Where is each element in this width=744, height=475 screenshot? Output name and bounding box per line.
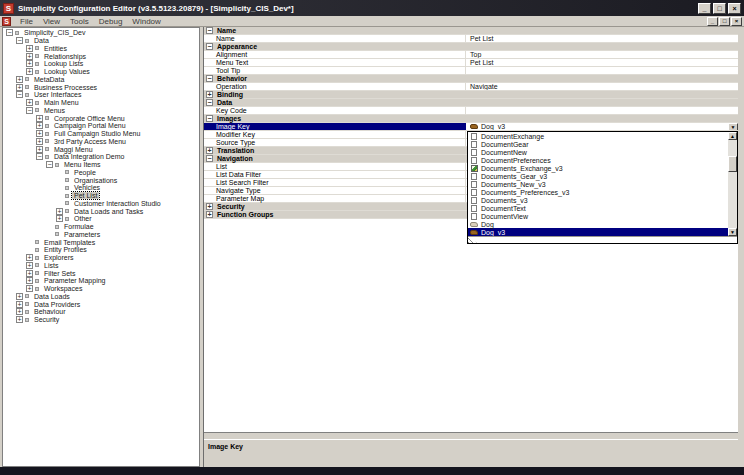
category-row[interactable]: −Name bbox=[204, 27, 738, 35]
expand-icon[interactable]: + bbox=[26, 53, 33, 60]
expand-icon[interactable]: + bbox=[26, 60, 33, 67]
tree-node[interactable]: +Business Processes bbox=[3, 83, 199, 91]
tree-node[interactable]: Email Templates bbox=[3, 238, 199, 246]
property-name[interactable]: Image Key bbox=[204, 123, 466, 130]
scroll-down-icon[interactable]: ▼ bbox=[728, 228, 737, 236]
dropdown-item[interactable]: DocumentNew bbox=[468, 148, 728, 156]
tree-node[interactable]: +Data Providers bbox=[3, 300, 199, 308]
tree-node[interactable]: People bbox=[3, 169, 199, 177]
property-name[interactable]: Operation bbox=[204, 83, 466, 90]
property-row[interactable]: Tool Tip bbox=[204, 67, 738, 75]
property-row[interactable]: Key Code bbox=[204, 107, 738, 115]
tree-node[interactable]: +Relationships bbox=[3, 52, 199, 60]
menu-file[interactable]: File bbox=[15, 17, 38, 26]
menu-window[interactable]: Window bbox=[127, 17, 165, 26]
property-row[interactable]: Image KeyDog_v3▼ bbox=[204, 123, 738, 131]
dropdown-item[interactable]: Documents_Exchange_v3 bbox=[468, 164, 728, 172]
tree-node[interactable]: Formulae bbox=[3, 223, 199, 231]
tree-node[interactable]: +Data Loads bbox=[3, 293, 199, 301]
tree-node[interactable]: −Menus bbox=[3, 107, 199, 115]
tree-node[interactable]: +MetaData bbox=[3, 76, 199, 84]
tree-node[interactable]: +Corporate Office Menu bbox=[3, 114, 199, 122]
collapse-icon[interactable]: − bbox=[26, 107, 33, 114]
mdi-close-icon[interactable]: × bbox=[731, 17, 742, 26]
tree-node[interactable]: Pet List bbox=[3, 192, 199, 200]
tree-node[interactable]: +Main Menu bbox=[3, 99, 199, 107]
dropdown-item[interactable]: Documents_Preferences_v3 bbox=[468, 188, 728, 196]
collapse-icon[interactable]: − bbox=[206, 99, 213, 106]
expand-icon[interactable]: + bbox=[16, 316, 23, 323]
tree-node[interactable]: −Simplicity_CIS_Dev bbox=[3, 29, 199, 37]
expand-icon[interactable]: + bbox=[26, 254, 33, 261]
dropdown-item[interactable]: DocumentGear bbox=[468, 140, 728, 148]
menu-tools[interactable]: Tools bbox=[65, 17, 94, 26]
expand-icon[interactable]: + bbox=[36, 138, 43, 145]
collapse-icon[interactable]: − bbox=[206, 75, 213, 82]
property-name[interactable]: List Search Filter bbox=[204, 179, 466, 186]
tree-node[interactable]: +Lookup Lists bbox=[3, 60, 199, 68]
close-icon[interactable]: × bbox=[728, 3, 741, 14]
collapse-icon[interactable]: − bbox=[16, 37, 23, 44]
collapse-icon[interactable]: − bbox=[206, 43, 213, 50]
category-row[interactable]: −Behavior bbox=[204, 75, 738, 83]
expand-icon[interactable]: + bbox=[56, 208, 63, 215]
tree-node[interactable]: +Security bbox=[3, 316, 199, 324]
tree-node[interactable]: Organisations bbox=[3, 176, 199, 184]
category-row[interactable]: −Data bbox=[204, 99, 738, 107]
property-name[interactable]: Alignment bbox=[204, 51, 466, 58]
mdi-minimize-icon[interactable]: _ bbox=[707, 17, 718, 26]
property-value[interactable] bbox=[466, 67, 738, 74]
tree-node[interactable]: +Filter Sets bbox=[3, 269, 199, 277]
expand-icon[interactable]: + bbox=[26, 68, 33, 75]
tree-node[interactable]: +Behaviour bbox=[3, 308, 199, 316]
property-name[interactable]: Navigate Type bbox=[204, 187, 466, 194]
property-row[interactable]: OperationNavigate bbox=[204, 83, 738, 91]
property-row[interactable]: Menu TextPet List bbox=[204, 59, 738, 67]
dropdown-button[interactable]: ▼ bbox=[728, 123, 738, 130]
tree-node[interactable]: +Maggi Menu bbox=[3, 145, 199, 153]
collapse-icon[interactable]: − bbox=[206, 155, 213, 162]
collapse-icon[interactable]: − bbox=[36, 153, 43, 160]
expand-icon[interactable]: + bbox=[16, 308, 23, 315]
property-value[interactable]: Navigate bbox=[466, 83, 738, 90]
tree-node[interactable]: Customer Interaction Studio bbox=[3, 200, 199, 208]
tree-node[interactable]: +Other bbox=[3, 215, 199, 223]
scroll-up-icon[interactable]: ▲ bbox=[728, 132, 737, 140]
tree-node[interactable]: +Data Loads and Tasks bbox=[3, 207, 199, 215]
property-value[interactable]: Pet List bbox=[466, 59, 738, 66]
dropdown-item[interactable]: Dog_v3 bbox=[468, 228, 728, 236]
expand-icon[interactable]: + bbox=[16, 293, 23, 300]
expand-icon[interactable]: + bbox=[206, 147, 213, 154]
tree-node[interactable]: −Data Integration Demo bbox=[3, 153, 199, 161]
expand-icon[interactable]: + bbox=[16, 76, 23, 83]
tree-node[interactable]: Vehicles bbox=[3, 184, 199, 192]
minimize-icon[interactable]: _ bbox=[698, 3, 711, 14]
property-name[interactable]: Source Type bbox=[204, 139, 466, 146]
dropdown-scrollbar[interactable]: ▲ ▼ bbox=[728, 132, 737, 236]
dropdown-item[interactable]: Documents_Gear_v3 bbox=[468, 172, 728, 180]
collapse-icon[interactable]: − bbox=[206, 27, 213, 34]
tree-node[interactable]: +Entities bbox=[3, 45, 199, 53]
dropdown-item[interactable]: DocumentView bbox=[468, 212, 728, 220]
property-row[interactable]: NamePet List bbox=[204, 35, 738, 43]
tree-node[interactable]: Parameters bbox=[3, 231, 199, 239]
expand-icon[interactable]: + bbox=[26, 262, 33, 269]
scrollbar-thumb[interactable] bbox=[728, 156, 737, 172]
tree-node[interactable]: −Menu Items bbox=[3, 161, 199, 169]
property-name[interactable]: Parameter Map bbox=[204, 195, 466, 202]
expand-icon[interactable]: + bbox=[36, 146, 43, 153]
tree-node[interactable]: +Parameter Mapping bbox=[3, 277, 199, 285]
expand-icon[interactable]: + bbox=[206, 91, 213, 98]
resize-grip-icon[interactable] bbox=[468, 237, 477, 243]
expand-icon[interactable]: + bbox=[26, 99, 33, 106]
expand-icon[interactable]: + bbox=[16, 301, 23, 308]
tree-node[interactable]: +3rd Party Access Menu bbox=[3, 138, 199, 146]
tree-node[interactable]: +Campaign Portal Menu bbox=[3, 122, 199, 130]
property-name[interactable]: Tool Tip bbox=[204, 67, 466, 74]
collapse-icon[interactable]: − bbox=[6, 29, 13, 36]
expand-icon[interactable]: + bbox=[16, 84, 23, 91]
tree-node[interactable]: −User Interfaces bbox=[3, 91, 199, 99]
maximize-icon[interactable]: □ bbox=[713, 3, 726, 14]
expand-icon[interactable]: + bbox=[206, 211, 213, 218]
tree-node[interactable]: +Lists bbox=[3, 262, 199, 270]
